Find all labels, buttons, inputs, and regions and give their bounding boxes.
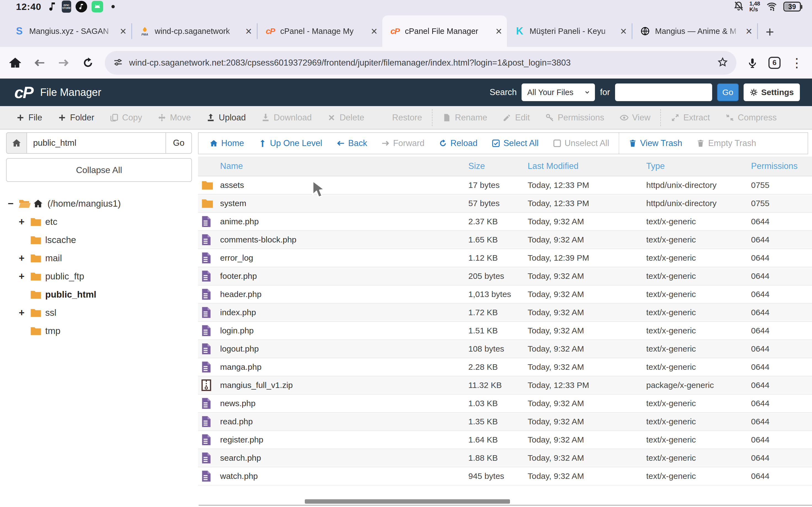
- table-row[interactable]: logout.php 108 bytes Today, 9:32 AM text…: [198, 340, 812, 358]
- search-go-button[interactable]: Go: [717, 83, 739, 101]
- bookmark-star-icon[interactable]: [717, 57, 728, 69]
- table-row[interactable]: assets 17 bytes Today, 12:33 PM httpd/un…: [198, 176, 812, 194]
- horizontal-scrollbar[interactable]: [305, 499, 510, 504]
- table-row[interactable]: login.php 1.51 KB Today, 9:32 AM text/x-…: [198, 322, 812, 340]
- folder-button[interactable]: Folder: [50, 113, 102, 123]
- table-row[interactable]: search.php 1.88 KB Today, 9:32 AM text/x…: [198, 449, 812, 467]
- collapse-all-button[interactable]: Collapse All: [6, 158, 192, 182]
- browser-tab[interactable]: PMA wind-cp.saganetwork ×: [132, 15, 257, 47]
- table-row[interactable]: system 57 bytes Today, 12:33 PM httpd/un…: [198, 194, 812, 213]
- table-row[interactable]: watch.php 945 bytes Today, 9:32 AM text/…: [198, 467, 812, 486]
- download-button[interactable]: Download: [253, 113, 319, 123]
- tree-item-public_html[interactable]: public_html: [6, 285, 192, 304]
- path-input[interactable]: [27, 132, 166, 154]
- tree-item-lscache[interactable]: lscache: [6, 231, 192, 249]
- voice-search-icon[interactable]: [747, 57, 758, 68]
- tree-item-homemangius1[interactable]: − (/home/mangius1): [6, 194, 192, 213]
- tree-item-tmp[interactable]: tmp: [6, 322, 192, 340]
- view-button[interactable]: View: [612, 113, 658, 123]
- browser-reload-icon[interactable]: [82, 57, 94, 69]
- edit-button[interactable]: Edit: [495, 113, 537, 123]
- tree-item-ssl[interactable]: + ssl: [6, 304, 192, 322]
- home-button[interactable]: Home: [202, 138, 251, 148]
- select-all-button[interactable]: Select All: [485, 138, 546, 148]
- file-button[interactable]: File: [8, 113, 50, 123]
- column-header-name[interactable]: Name: [220, 161, 468, 171]
- table-row[interactable]: error_log 1.12 KB Today, 12:39 PM text/x…: [198, 249, 812, 267]
- file-name[interactable]: comments-block.php: [220, 235, 468, 244]
- tree-expander[interactable]: +: [19, 252, 30, 264]
- browser-home-icon[interactable]: [9, 57, 21, 69]
- table-row[interactable]: manga.php 2.28 KB Today, 9:32 AM text/x-…: [198, 358, 812, 376]
- file-name[interactable]: search.php: [220, 453, 468, 463]
- file-name[interactable]: index.php: [220, 308, 468, 317]
- table-row[interactable]: read.php 1.35 KB Today, 9:32 AM text/x-g…: [198, 413, 812, 431]
- table-row[interactable]: register.php 1.64 KB Today, 9:32 AM text…: [198, 431, 812, 449]
- file-name[interactable]: news.php: [220, 399, 468, 408]
- url-bar[interactable]: wind-cp.saganetwork.net:2083/cpsess60193…: [105, 51, 737, 75]
- new-tab-button[interactable]: +: [766, 25, 774, 39]
- tab-close-icon[interactable]: ×: [246, 25, 252, 37]
- file-name[interactable]: login.php: [220, 326, 468, 335]
- browser-tab[interactable]: Mangius — Anime & M ×: [632, 15, 757, 47]
- file-name[interactable]: system: [220, 199, 468, 208]
- file-name[interactable]: footer.php: [220, 271, 468, 281]
- tab-close-icon[interactable]: ×: [746, 25, 752, 37]
- file-name[interactable]: watch.php: [220, 471, 468, 481]
- tree-expander[interactable]: +: [19, 307, 30, 319]
- table-row[interactable]: index.php 1.72 KB Today, 9:32 AM text/x-…: [198, 304, 812, 322]
- compress-button[interactable]: Compress: [718, 113, 784, 123]
- restore-button[interactable]: Restore: [372, 113, 430, 123]
- browser-menu-icon[interactable]: ⋮: [791, 56, 803, 69]
- file-name[interactable]: error_log: [220, 253, 468, 263]
- forward-button[interactable]: Forward: [374, 138, 432, 148]
- url-text[interactable]: wind-cp.saganetwork.net:2083/cpsess60193…: [129, 58, 712, 68]
- column-header-size[interactable]: Size: [468, 161, 528, 171]
- upload-button[interactable]: Upload: [199, 113, 253, 123]
- empty-trash-button[interactable]: Empty Trash: [689, 138, 763, 148]
- file-name[interactable]: anime.php: [220, 217, 468, 226]
- unselect-all-button[interactable]: Unselect All: [546, 138, 616, 148]
- extract-button[interactable]: Extract: [663, 113, 717, 123]
- table-row[interactable]: mangius_full_v1.zip 11.32 KB Today, 12:3…: [198, 376, 812, 395]
- reload-button[interactable]: Reload: [432, 138, 485, 148]
- move-button[interactable]: Move: [150, 113, 199, 123]
- tree-expander[interactable]: −: [8, 198, 19, 210]
- tab-close-icon[interactable]: ×: [620, 25, 627, 37]
- rename-button[interactable]: Rename: [435, 113, 495, 123]
- copy-button[interactable]: Copy: [102, 113, 150, 123]
- browser-tab[interactable]: cP cPanel - Manage My ×: [258, 15, 382, 47]
- path-go-button[interactable]: Go: [166, 132, 192, 154]
- view-trash-button[interactable]: View Trash: [621, 138, 690, 148]
- tree-expander[interactable]: +: [19, 216, 30, 228]
- file-name[interactable]: assets: [220, 180, 468, 190]
- browser-forward-icon[interactable]: [58, 57, 69, 69]
- file-name[interactable]: mangius_full_v1.zip: [220, 381, 468, 390]
- tree-expander[interactable]: +: [19, 271, 30, 282]
- search-input[interactable]: [615, 83, 712, 101]
- tree-item-etc[interactable]: + etc: [6, 213, 192, 231]
- column-header-type[interactable]: Type: [646, 161, 751, 171]
- tree-item-public_ftp[interactable]: + public_ftp: [6, 267, 192, 285]
- tree-item-mail[interactable]: + mail: [6, 249, 192, 267]
- tab-close-icon[interactable]: ×: [496, 25, 502, 37]
- file-name[interactable]: read.php: [220, 417, 468, 426]
- table-row[interactable]: comments-block.php 1.65 KB Today, 9:32 A…: [198, 231, 812, 249]
- permissions-button[interactable]: Permissions: [538, 113, 612, 123]
- path-home-button[interactable]: [6, 132, 27, 154]
- file-name[interactable]: header.php: [220, 290, 468, 299]
- table-row[interactable]: footer.php 205 bytes Today, 9:32 AM text…: [198, 267, 812, 285]
- file-name[interactable]: logout.php: [220, 344, 468, 353]
- file-name[interactable]: manga.php: [220, 362, 468, 372]
- browser-tab[interactable]: cP cPanel File Manager ×: [382, 15, 507, 47]
- column-header-permissions[interactable]: Permissions: [751, 161, 812, 171]
- tab-close-icon[interactable]: ×: [371, 25, 377, 37]
- up-one-level-button[interactable]: Up One Level: [251, 138, 329, 148]
- settings-button[interactable]: Settings: [744, 83, 800, 101]
- column-header-modified[interactable]: Last Modified: [528, 161, 646, 171]
- tab-close-icon[interactable]: ×: [120, 25, 126, 37]
- browser-back-icon[interactable]: [34, 57, 45, 69]
- browser-tab[interactable]: K Müşteri Paneli - Keyu ×: [507, 15, 631, 47]
- browser-tab[interactable]: S Mangius.xyz - SAGAN ×: [7, 15, 131, 47]
- tab-switcher-button[interactable]: 6: [768, 57, 780, 69]
